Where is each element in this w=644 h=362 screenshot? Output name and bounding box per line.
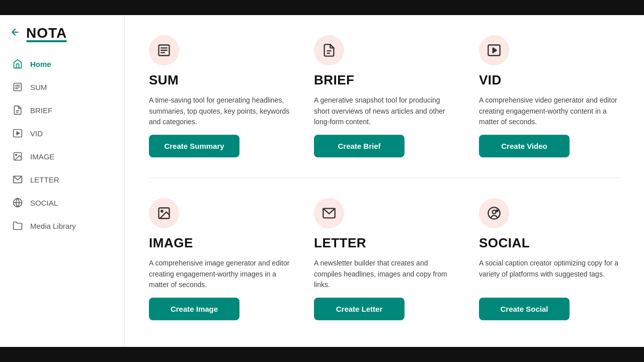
sidebar-item-brief[interactable]: BRIEF (6, 100, 118, 121)
sidebar-item-social-label: SOCIAL (30, 199, 58, 207)
vid-card-desc: A comprehensive video generator and edit… (479, 95, 620, 128)
sidebar-item-image[interactable]: IMAGE (6, 146, 118, 167)
main-content: SUM A time-saving tool for generating he… (125, 15, 644, 347)
card-social: SOCIAL A social caption creator optimizi… (479, 198, 620, 320)
sidebar-item-sum-label: SUM (30, 83, 47, 92)
letter-card-desc: A newsletter builder that creates and co… (314, 258, 455, 291)
app-container: NOTA Home (0, 15, 644, 347)
sidebar-item-home[interactable]: Home (6, 53, 118, 74)
create-letter-button[interactable]: Create Letter (314, 298, 405, 320)
cards-grid: SUM A time-saving tool for generating he… (149, 35, 620, 320)
brief-card-title: BRIEF (314, 72, 455, 88)
card-vid: VID A comprehensive video generator and … (479, 35, 620, 157)
vid-card-icon (487, 43, 501, 57)
sidebar-item-media-library[interactable]: Media Library (6, 215, 118, 236)
sidebar-nav: Home SUM (0, 53, 124, 236)
sidebar-item-social[interactable]: SOCIAL (6, 192, 118, 213)
home-icon (12, 58, 23, 69)
social-nav-icon (12, 197, 23, 208)
top-bar (0, 0, 644, 15)
card-sum: SUM A time-saving tool for generating he… (149, 35, 290, 157)
card-brief: BRIEF A generative snapshot tool for pro… (314, 35, 455, 157)
vid-nav-icon (12, 128, 23, 139)
svg-marker-7 (17, 132, 19, 135)
sidebar-item-vid[interactable]: VID (6, 123, 118, 144)
social-card-desc: A social caption creator optimizing copy… (479, 258, 620, 291)
create-video-button[interactable]: Create Video (479, 135, 570, 157)
sum-card-desc: A time-saving tool for generating headli… (149, 95, 290, 128)
letter-card-title: LETTER (314, 235, 455, 251)
svg-point-22 (161, 210, 163, 212)
brief-icon-wrap (314, 35, 344, 65)
sidebar-header: NOTA (0, 25, 124, 53)
sidebar-item-image-label: IMAGE (30, 152, 54, 161)
letter-nav-icon (12, 174, 23, 185)
svg-point-26 (496, 210, 498, 212)
svg-point-9 (16, 154, 17, 156)
brief-card-icon (322, 43, 336, 57)
sum-nav-icon (12, 81, 23, 93)
bottom-bar (0, 347, 644, 362)
sidebar: NOTA Home (0, 15, 125, 347)
svg-point-25 (493, 210, 496, 214)
brief-card-desc: A generative snapshot tool for producing… (314, 95, 455, 128)
vid-icon-wrap (479, 35, 509, 65)
sum-card-title: SUM (149, 72, 290, 88)
cards-divider (149, 177, 620, 178)
sidebar-item-vid-label: VID (30, 129, 43, 138)
image-nav-icon (12, 151, 23, 162)
sum-icon-wrap (149, 35, 179, 65)
create-image-button[interactable]: Create Image (149, 298, 239, 320)
letter-card-icon (322, 206, 336, 220)
sidebar-item-letter[interactable]: LETTER (6, 169, 118, 190)
create-social-button[interactable]: Create Social (479, 298, 570, 320)
social-icon-wrap (479, 198, 509, 228)
social-card-title: SOCIAL (479, 235, 620, 251)
logo: NOTA (26, 25, 67, 41)
brief-nav-icon (12, 105, 23, 116)
svg-marker-20 (493, 48, 497, 52)
create-brief-button[interactable]: Create Brief (314, 135, 405, 157)
vid-card-title: VID (479, 72, 620, 88)
media-library-nav-icon (12, 220, 23, 231)
back-arrow-icon[interactable] (10, 27, 20, 40)
sidebar-item-letter-label: LETTER (30, 175, 59, 184)
image-card-icon (157, 206, 171, 220)
sidebar-item-brief-label: BRIEF (30, 106, 52, 115)
create-summary-button[interactable]: Create Summary (149, 135, 239, 157)
image-card-desc: A comprehensive image generator and edit… (149, 258, 290, 291)
image-icon-wrap (149, 198, 179, 228)
card-letter: LETTER A newsletter builder that creates… (314, 198, 455, 320)
social-card-icon (487, 206, 501, 220)
sidebar-item-home-label: Home (30, 60, 51, 68)
sidebar-item-media-library-label: Media Library (30, 222, 76, 230)
letter-icon-wrap (314, 198, 344, 228)
sum-card-icon (157, 43, 171, 57)
card-image: IMAGE A comprehensive image generator an… (149, 198, 290, 320)
image-card-title: IMAGE (149, 235, 290, 251)
sidebar-item-sum[interactable]: SUM (6, 76, 118, 98)
